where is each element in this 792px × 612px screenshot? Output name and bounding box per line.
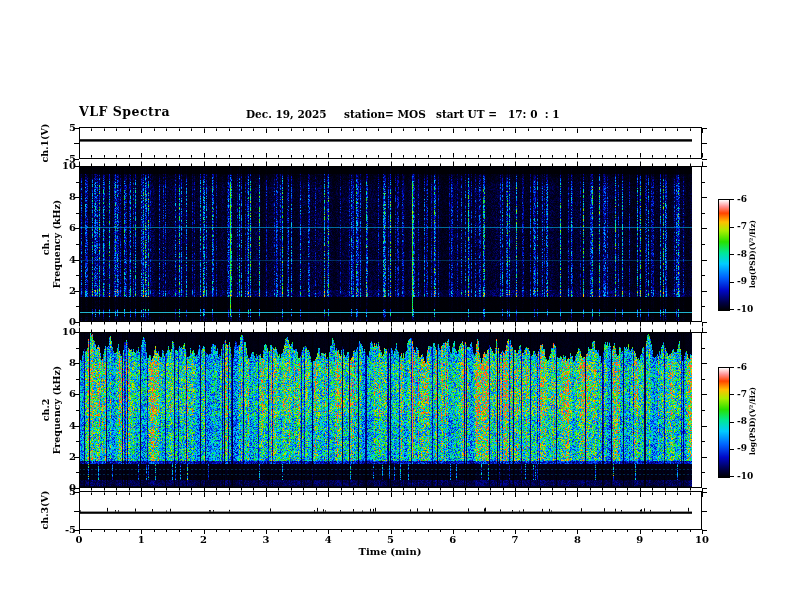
ch2-label-line2: Frequency (kHz) xyxy=(50,366,61,455)
colorbar-ch2-label: log(PSD)(V²/Hz) xyxy=(749,387,757,455)
y-tick-label: 2 xyxy=(69,451,76,462)
colorbar-ch1 xyxy=(718,199,730,311)
y-tick-label: 2 xyxy=(69,285,76,296)
y-tick-label: 6 xyxy=(69,388,76,399)
ch1-frequency-axis-label: ch.1Frequency (kHz) xyxy=(41,200,62,289)
y-tick-label: -5 xyxy=(65,524,76,535)
y-tick-label: 6 xyxy=(69,222,76,233)
colorbar-tick-label: -7 xyxy=(737,221,747,232)
x-tick-label: 2 xyxy=(200,534,207,545)
page-title: VLF Spectra xyxy=(79,106,170,117)
x-tick-label: 9 xyxy=(636,534,643,545)
colorbar-tick-label: -8 xyxy=(737,416,747,427)
colorbar-tick-label: -7 xyxy=(737,389,747,400)
y-tick-label: 8 xyxy=(69,357,76,368)
y-tick-label: 4 xyxy=(69,254,76,265)
y-tick-label: 4 xyxy=(69,420,76,431)
x-tick-label: 6 xyxy=(449,534,456,545)
x-tick-label: 1 xyxy=(138,534,145,545)
y-tick-label: 8 xyxy=(69,191,76,202)
colorbar-tick-label: -9 xyxy=(737,276,747,287)
ch1-label-line2: Frequency (kHz) xyxy=(50,200,61,289)
vlf-spectra-page: { "chart_data": { "type": "heatmap", "ti… xyxy=(0,0,792,612)
ch3-voltage-axis-label: ch.3(V) xyxy=(40,491,51,530)
x-tick-label: 5 xyxy=(387,534,394,545)
ch2-frequency-axis-label: ch.2Frequency (kHz) xyxy=(41,366,62,455)
colorbar-tick-label: -8 xyxy=(737,249,747,260)
header-start-ut: start UT = 17: 0 : 1 xyxy=(436,109,560,120)
time-axis-label: Time (min) xyxy=(359,546,422,557)
y-tick-label: 5 xyxy=(69,122,76,133)
x-tick-label: 0 xyxy=(76,534,83,545)
colorbar-ch2 xyxy=(718,367,730,478)
colorbar-ch1-label: log(PSD)(V²/Hz) xyxy=(749,220,757,288)
x-tick-label: 10 xyxy=(695,534,709,545)
header-date: Dec. 19, 2025 xyxy=(246,109,327,120)
colorbar-tick-label: -9 xyxy=(737,443,747,454)
y-tick-label: 5 xyxy=(69,486,76,497)
x-tick-label: 4 xyxy=(325,534,332,545)
y-tick-label: 10 xyxy=(62,160,76,171)
ch1-voltage-axis-label: ch.1(V) xyxy=(40,124,51,163)
plot-canvas xyxy=(0,0,792,612)
colorbar-tick-label: -6 xyxy=(737,194,747,205)
colorbar-tick-label: -10 xyxy=(737,471,753,482)
x-tick-label: 3 xyxy=(262,534,269,545)
colorbar-tick-label: -10 xyxy=(737,304,753,315)
x-tick-label: 7 xyxy=(512,534,519,545)
y-tick-label: 10 xyxy=(62,326,76,337)
ch1-label-line1: ch.1 xyxy=(40,233,51,256)
header-station: station= MOS xyxy=(344,109,426,120)
ch2-label-line1: ch.2 xyxy=(40,399,51,422)
x-tick-label: 8 xyxy=(574,534,581,545)
colorbar-tick-label: -6 xyxy=(737,362,747,373)
